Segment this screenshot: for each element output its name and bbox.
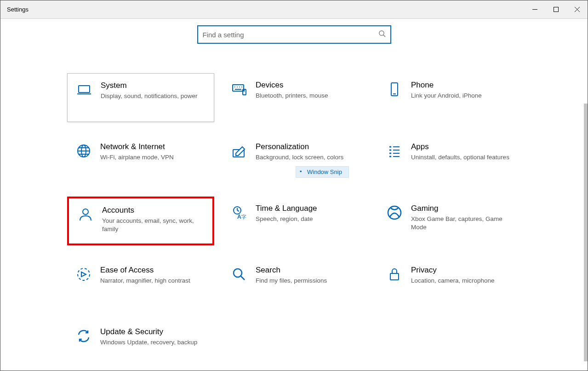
xbox-icon (384, 204, 405, 238)
settings-card-network-internet[interactable]: Network & InternetWi-Fi, airplane mode, … (67, 135, 214, 184)
svg-line-5 (383, 35, 385, 37)
card-desc: Uninstall, defaults, optional features (411, 153, 509, 162)
card-text: GamingXbox Game Bar, captures, Game Mode (405, 204, 519, 238)
card-title: Personalization (256, 142, 343, 151)
pen-icon (229, 142, 249, 176)
settings-card-apps[interactable]: AppsUninstall, defaults, optional featur… (378, 135, 525, 184)
card-text: PhoneLink your Android, iPhone (405, 81, 485, 115)
card-title: Apps (411, 142, 509, 151)
card-desc: Your accounts, email, sync, work, family (102, 217, 203, 233)
card-text: AccountsYour accounts, email, sync, work… (96, 206, 206, 236)
card-title: Network & Internet (100, 142, 174, 151)
card-desc: Windows Update, recovery, backup (100, 338, 197, 347)
keyboard-icon (229, 81, 249, 115)
lock-icon (384, 266, 405, 300)
card-desc: Speech, region, date (256, 215, 317, 223)
settings-card-phone[interactable]: PhoneLink your Android, iPhone (378, 73, 525, 122)
card-title: Search (256, 266, 327, 275)
card-title: Phone (411, 81, 482, 90)
laptop-icon (74, 81, 94, 114)
card-title: System (101, 81, 198, 90)
settings-card-devices[interactable]: DevicesBluetooth, printers, mouse (223, 73, 370, 122)
titlebar: Settings (0, 0, 588, 19)
settings-card-system[interactable]: SystemDisplay, sound, notifications, pow… (67, 73, 214, 122)
card-text: Network & InternetWi-Fi, airplane mode, … (94, 142, 177, 176)
card-text: SearchFind my files, permissions (249, 266, 330, 300)
search-icon (378, 30, 386, 39)
snip-tooltip: Window Snip (296, 166, 349, 178)
card-text: PrivacyLocation, camera, microphone (405, 266, 497, 300)
card-desc: Wi-Fi, airplane mode, VPN (100, 153, 174, 162)
clock-lang-icon (229, 204, 249, 238)
card-desc: Background, lock screen, colors (256, 153, 343, 162)
list-icon (384, 142, 405, 176)
scrollbar[interactable] (584, 104, 588, 361)
search-container (0, 19, 588, 44)
close-button[interactable] (566, 0, 588, 19)
content-area: SystemDisplay, sound, notifications, pow… (0, 19, 588, 371)
window-controls (524, 0, 588, 19)
card-title: Update & Security (100, 327, 197, 336)
card-text: DevicesBluetooth, printers, mouse (249, 81, 331, 115)
card-title: Ease of Access (100, 266, 190, 275)
settings-card-ease-of-access[interactable]: Ease of AccessNarrator, magnifier, high … (67, 258, 214, 307)
window-title: Settings (7, 6, 524, 13)
card-title: Time & Language (256, 204, 317, 213)
card-desc: Link your Android, iPhone (411, 92, 482, 100)
card-title: Privacy (411, 266, 495, 275)
svg-rect-1 (554, 7, 558, 12)
person-icon (75, 206, 96, 236)
globe-icon (74, 142, 94, 176)
search-box[interactable] (197, 25, 391, 44)
settings-card-gaming[interactable]: GamingXbox Game Bar, captures, Game Mode (378, 197, 525, 245)
svg-point-4 (379, 31, 383, 35)
card-text: Time & LanguageSpeech, region, date (249, 204, 320, 238)
card-desc: Bluetooth, printers, mouse (256, 92, 328, 100)
card-text: Update & SecurityWindows Update, recover… (94, 327, 200, 361)
settings-card-update-security[interactable]: Update & SecurityWindows Update, recover… (67, 320, 214, 369)
phone-icon (384, 81, 405, 115)
card-desc: Find my files, permissions (256, 277, 327, 285)
card-text: AppsUninstall, defaults, optional featur… (405, 142, 512, 176)
search-icon (229, 266, 249, 300)
card-title: Gaming (411, 204, 516, 213)
maximize-button[interactable] (545, 0, 566, 19)
card-desc: Xbox Game Bar, captures, Game Mode (411, 215, 516, 232)
settings-card-privacy[interactable]: PrivacyLocation, camera, microphone (378, 258, 525, 307)
card-text: SystemDisplay, sound, notifications, pow… (94, 81, 200, 114)
minimize-button[interactable] (524, 0, 545, 19)
card-text: Ease of AccessNarrator, magnifier, high … (94, 266, 193, 300)
update-icon (74, 327, 94, 361)
settings-card-time-language[interactable]: Time & LanguageSpeech, region, date (223, 197, 370, 245)
search-input[interactable] (203, 31, 378, 39)
ease-icon (74, 266, 94, 300)
card-desc: Display, sound, notifications, power (101, 92, 198, 100)
card-desc: Narrator, magnifier, high contrast (100, 277, 190, 285)
settings-card-accounts[interactable]: AccountsYour accounts, email, sync, work… (67, 197, 214, 245)
settings-card-search[interactable]: SearchFind my files, permissions (223, 258, 370, 307)
card-desc: Location, camera, microphone (411, 277, 495, 285)
card-title: Devices (256, 81, 328, 90)
card-title: Accounts (102, 206, 203, 215)
settings-grid: SystemDisplay, sound, notifications, pow… (67, 73, 527, 369)
